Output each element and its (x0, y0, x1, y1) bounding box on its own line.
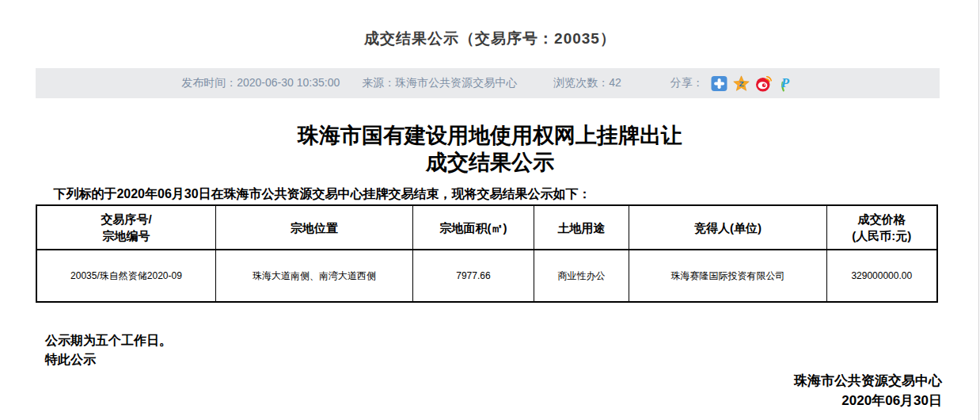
page-right-border (978, 0, 979, 420)
cell-deal-price: 329000000.00 (826, 250, 937, 302)
share-icons: Z P (711, 75, 794, 92)
publish-time: 发布时间：2020-06-30 10:35:00 (181, 76, 340, 90)
header-parcel-location: 宗地位置 (215, 205, 412, 250)
closing-line2: 特此公示 (45, 350, 980, 369)
cell-serial-number: 20035/珠自然资储2020-09 (36, 250, 215, 302)
announcement-heading-line2: 成交结果公示 (0, 149, 980, 176)
share-label: 分享： (670, 76, 704, 90)
announcement-intro: 下列标的于2020年06月30日在珠海市公共资源交易中心挂牌交易结束，现将交易结… (36, 186, 942, 203)
pengyou-icon[interactable]: P (777, 75, 794, 92)
publish-time-value: 2020-06-30 10:35:00 (237, 76, 340, 89)
header-serial-number: 交易序号/ 宗地编号 (36, 205, 215, 250)
header-parcel-area: 宗地面积(㎡) (413, 205, 534, 250)
view-count-label: 浏览次数： (553, 76, 609, 89)
svg-text:Z: Z (739, 79, 743, 88)
header-winning-bidder: 竞得人(单位) (629, 205, 826, 250)
meta-bar: 发布时间：2020-06-30 10:35:00 来源：珠海市公共资源交易中心 … (36, 68, 940, 98)
closing-statement: 公示期为五个工作日。 特此公示 (45, 331, 980, 369)
svg-text:P: P (781, 75, 790, 90)
closing-line1: 公示期为五个工作日。 (45, 331, 980, 350)
view-count: 浏览次数：42 (553, 76, 621, 90)
source-value: 珠海市公共资源交易中心 (395, 76, 517, 89)
header-land-use: 土地用途 (534, 205, 629, 250)
source-label: 来源： (362, 76, 395, 89)
announcement-heading: 珠海市国有建设用地使用权网上挂牌出让 成交结果公示 (0, 122, 980, 176)
table-header-row: 交易序号/ 宗地编号 宗地位置 宗地面积(㎡) 土地用途 竞得人(单位) 成交价… (36, 205, 937, 250)
header-deal-price: 成交价格 (人民币:元) (826, 205, 937, 250)
share-more-icon[interactable] (711, 75, 727, 92)
qzone-icon[interactable]: Z (733, 75, 750, 92)
publish-time-label: 发布时间： (181, 76, 237, 89)
signature-org: 珠海市公共资源交易中心 (0, 371, 942, 391)
result-table: 交易序号/ 宗地编号 宗地位置 宗地面积(㎡) 土地用途 竞得人(单位) 成交价… (36, 204, 938, 303)
source: 来源：珠海市公共资源交易中心 (362, 76, 517, 90)
cell-parcel-area: 7977.66 (413, 250, 534, 302)
announcement-heading-line1: 珠海市国有建设用地使用权网上挂牌出让 (0, 122, 980, 149)
view-count-value: 42 (609, 76, 621, 89)
cell-land-use: 商业性办公 (534, 250, 629, 302)
table-row: 20035/珠自然资储2020-09 珠海大道南侧、南湾大道西侧 7977.66… (36, 250, 937, 302)
cell-parcel-location: 珠海大道南侧、南湾大道西侧 (215, 250, 412, 302)
share-group: 分享： Z (670, 75, 794, 92)
signature-block: 珠海市公共资源交易中心 2020年06月30日 (0, 371, 942, 410)
weibo-icon[interactable] (755, 75, 772, 92)
signature-date: 2020年06月30日 (0, 391, 942, 410)
page-title: 成交结果公示（交易序号：20035） (0, 29, 980, 49)
cell-winning-bidder: 珠海赛隆国际投资有限公司 (629, 250, 826, 302)
